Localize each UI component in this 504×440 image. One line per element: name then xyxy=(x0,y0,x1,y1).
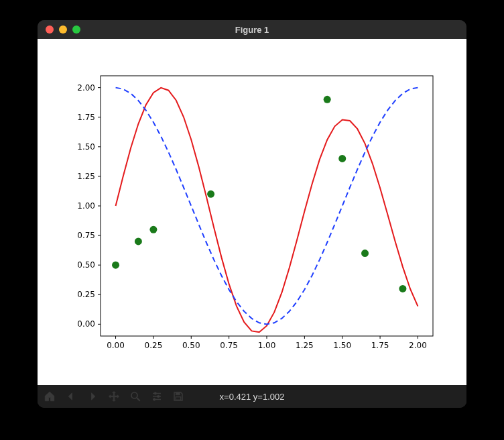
forward-button[interactable] xyxy=(82,386,103,406)
svg-point-25 xyxy=(153,398,155,400)
y-tick-label: 0.25 xyxy=(77,290,95,299)
pan-button[interactable] xyxy=(103,386,125,406)
series-green-scatter xyxy=(112,96,406,292)
window-controls xyxy=(38,25,80,34)
x-tick-label: 1.00 xyxy=(258,341,276,350)
scatter-point xyxy=(112,262,119,269)
scatter-point xyxy=(324,96,331,103)
x-tick-label: 1.25 xyxy=(296,341,314,350)
y-tick-label: 2.00 xyxy=(77,83,95,93)
scatter-point xyxy=(399,285,406,292)
back-button[interactable] xyxy=(60,386,82,406)
svg-rect-26 xyxy=(176,392,180,395)
home-icon xyxy=(44,390,56,402)
zoom-icon[interactable] xyxy=(72,25,80,34)
sliders-icon xyxy=(151,390,163,402)
x-tick-label: 2.00 xyxy=(409,341,427,350)
arrow-left-icon xyxy=(65,390,77,402)
toolbar: x=0.421 y=1.002 xyxy=(38,385,466,408)
x-ticks: 0.000.250.500.751.001.251.501.752.00 xyxy=(107,336,427,350)
x-tick-label: 0.50 xyxy=(182,341,200,350)
axes-frame xyxy=(101,76,433,336)
zoom-button[interactable] xyxy=(125,386,146,406)
svg-point-18 xyxy=(131,392,137,398)
plot-svg: 0.000.250.500.751.001.251.501.752.00 0.0… xyxy=(38,39,466,385)
scatter-point xyxy=(207,190,214,198)
search-icon xyxy=(129,390,141,402)
x-tick-label: 0.00 xyxy=(107,341,125,350)
home-button[interactable] xyxy=(39,386,60,406)
y-tick-label: 1.25 xyxy=(77,172,95,181)
scatter-point xyxy=(338,155,346,162)
scatter-point xyxy=(361,250,369,257)
svg-rect-27 xyxy=(176,397,181,400)
save-button[interactable] xyxy=(168,386,189,406)
figure-canvas[interactable]: 0.000.250.500.751.001.251.501.752.00 0.0… xyxy=(38,39,466,385)
figure-window: Figure 1 0.000.250.500.751.001.251.501.7… xyxy=(38,20,466,408)
svg-line-19 xyxy=(137,398,140,401)
series-red-solid xyxy=(116,88,418,332)
arrow-right-icon xyxy=(86,390,99,402)
svg-point-21 xyxy=(154,392,156,394)
coord-readout: x=0.421 y=1.002 xyxy=(220,392,285,402)
y-tick-label: 1.50 xyxy=(77,142,95,152)
y-tick-label: 1.00 xyxy=(77,201,95,211)
minimize-icon[interactable] xyxy=(59,25,67,34)
y-ticks: 0.000.250.500.751.001.251.501.752.00 xyxy=(77,83,101,329)
series-blue-dashed xyxy=(116,88,418,325)
svg-point-23 xyxy=(158,395,160,397)
scatter-point xyxy=(149,226,157,233)
close-icon[interactable] xyxy=(46,25,54,34)
y-tick-label: 1.75 xyxy=(77,113,95,122)
titlebar: Figure 1 xyxy=(38,20,466,39)
y-tick-label: 0.50 xyxy=(77,260,95,270)
y-tick-label: 0.00 xyxy=(77,319,95,329)
x-tick-label: 1.50 xyxy=(333,341,351,350)
configure-subplots-button[interactable] xyxy=(146,386,168,406)
save-icon xyxy=(172,390,184,402)
x-tick-label: 0.75 xyxy=(220,341,238,350)
window-title: Figure 1 xyxy=(38,25,466,35)
scatter-point xyxy=(135,237,142,245)
move-icon xyxy=(108,390,120,402)
y-tick-label: 0.75 xyxy=(77,231,95,240)
x-tick-label: 1.75 xyxy=(371,341,389,350)
x-tick-label: 0.25 xyxy=(145,341,163,350)
